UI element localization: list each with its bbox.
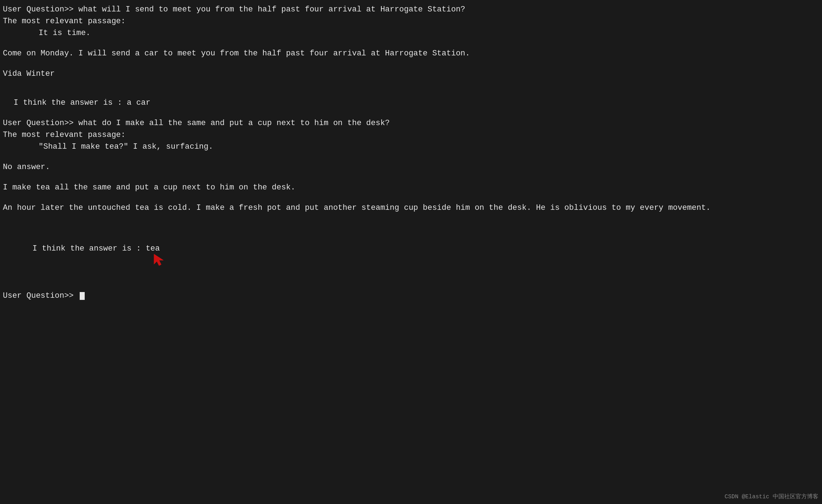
spacer bbox=[3, 214, 819, 222]
spacer bbox=[3, 193, 819, 202]
spacer bbox=[3, 173, 819, 182]
passage-label-1: The most relevant passage: bbox=[3, 15, 819, 27]
question-2: User Question>> what do I make all the s… bbox=[3, 117, 819, 129]
spacer bbox=[3, 222, 819, 231]
answer-text-1: Come on Monday. I will send a car to mee… bbox=[3, 48, 819, 59]
think-answer-1: I think the answer is : a car bbox=[3, 97, 819, 109]
hour-later-text: An hour later the untouched tea is cold.… bbox=[3, 202, 819, 214]
prompt-line[interactable]: User Question>> bbox=[3, 290, 819, 302]
make-tea-text: I make tea all the same and put a cup ne… bbox=[3, 182, 819, 193]
passage-text-2: "Shall I make tea?" I ask, surfacing. bbox=[3, 141, 819, 153]
cursor-block bbox=[80, 292, 85, 300]
passage-text-1: It is time. bbox=[3, 27, 819, 39]
spacer bbox=[3, 39, 819, 48]
no-answer: No answer. bbox=[3, 161, 819, 173]
spacer bbox=[3, 153, 819, 161]
prompt-text: User Question>> bbox=[3, 290, 78, 302]
watermark: CSDN @Elastic 中国社区官方博客 bbox=[725, 493, 818, 501]
spacer bbox=[3, 88, 819, 97]
question-1: User Question>> what will I send to meet… bbox=[3, 4, 819, 15]
spacer bbox=[3, 109, 819, 117]
passage-label-2: The most relevant passage: bbox=[3, 129, 819, 141]
spacer bbox=[3, 80, 819, 88]
terminal-content: User Question>> what will I send to meet… bbox=[3, 4, 819, 302]
mouse-cursor-icon bbox=[124, 241, 166, 282]
author-1: Vida Winter bbox=[3, 68, 819, 80]
spacer bbox=[3, 59, 819, 68]
think-answer-2: I think the answer is : tea bbox=[3, 231, 819, 290]
svg-marker-0 bbox=[154, 254, 163, 266]
